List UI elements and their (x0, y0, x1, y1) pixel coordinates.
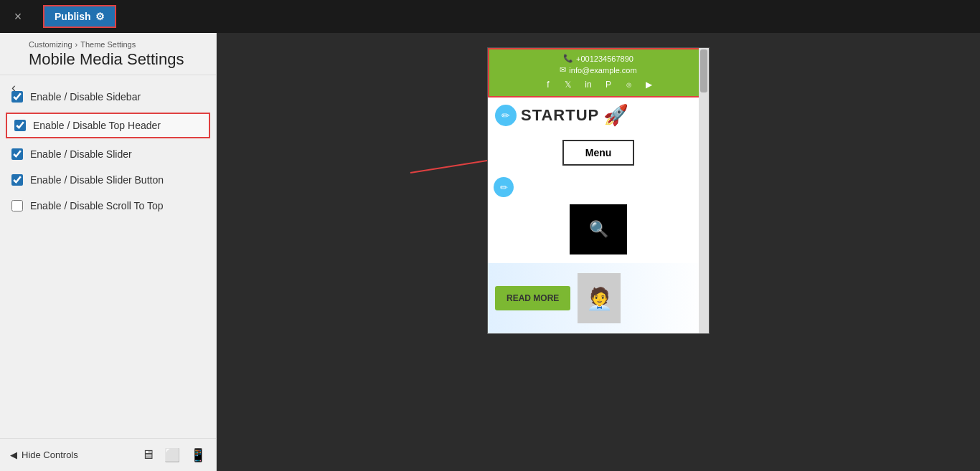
facebook-icon: f (541, 77, 555, 92)
email-icon: ✉ (560, 65, 566, 75)
mobile-preview: 📞 +001234567890 ✉ info@example.com f 𝕏 i… (487, 47, 710, 334)
search-icon: 🔍 (589, 220, 608, 239)
logo-rocket-icon: 🚀 (603, 103, 628, 127)
sidebar-header: ‹ Customizing › Theme Settings Mobile Me… (0, 33, 216, 75)
twitter-icon: 𝕏 (561, 77, 575, 92)
close-button[interactable]: × (7, 9, 29, 24)
top-header-info: 📞 +001234567890 ✉ info@example.com (496, 54, 700, 75)
checkbox-top-header-input[interactable] (14, 120, 26, 131)
person-image: 🧑‍💼 (578, 273, 621, 323)
gear-icon: ⚙ (95, 11, 105, 22)
logo-text: STARTUP (521, 106, 599, 125)
checkbox-sidebar-input[interactable] (11, 91, 23, 103)
page-title: Mobile Media Settings (29, 50, 206, 69)
checkbox-slider-input[interactable] (11, 148, 23, 160)
pencil-icon: ✏ (494, 177, 514, 197)
menu-section: Menu (488, 133, 709, 173)
desktop-icon: 🖥 (141, 447, 154, 462)
preview-area: 📞 +001234567890 ✉ info@example.com f 𝕏 i… (217, 33, 980, 471)
tablet-icon: ⬜ (164, 448, 180, 462)
scroll-thumb[interactable] (700, 49, 707, 92)
instagram-icon: ⌾ (621, 77, 636, 92)
hide-controls-label: Hide Controls (22, 449, 78, 460)
checkbox-slider-button-input[interactable] (11, 174, 23, 186)
top-bar: × Publish ⚙ (0, 0, 980, 33)
device-icons: 🖥 ⬜ 📱 (141, 447, 206, 463)
phone-icon: 📞 (563, 54, 573, 63)
email-address: info@example.com (569, 66, 636, 75)
checkbox-slider[interactable]: Enable / Disable Slider (0, 141, 216, 167)
desktop-view-button[interactable]: 🖥 (141, 447, 154, 463)
top-header-bar: 📞 +001234567890 ✉ info@example.com f 𝕏 i… (488, 48, 709, 97)
logo-icon: ✏ (495, 105, 517, 126)
scroll-track[interactable] (699, 48, 709, 333)
checkbox-slider-button[interactable]: Enable / Disable Slider Button (0, 167, 216, 193)
breadcrumb: Customizing › Theme Settings (29, 40, 206, 49)
breadcrumb-theme-settings: Theme Settings (80, 40, 136, 49)
person-placeholder-icon: 🧑‍💼 (586, 286, 613, 311)
tablet-view-button[interactable]: ⬜ (164, 447, 180, 463)
read-more-button[interactable]: READ MORE (495, 286, 570, 310)
checkbox-sidebar[interactable]: Enable / Disable Sidebar (0, 84, 216, 110)
menu-button[interactable]: Menu (562, 140, 635, 166)
header-phone: 📞 +001234567890 (563, 54, 633, 63)
sidebar-content: Enable / Disable Sidebar Enable / Disabl… (0, 75, 216, 438)
publish-label: Publish (55, 11, 91, 22)
hide-controls-icon: ◀ (10, 449, 17, 460)
linkedin-icon: in (581, 77, 595, 92)
publish-button[interactable]: Publish ⚙ (43, 5, 116, 28)
mobile-icon: 📱 (190, 448, 206, 462)
bottom-bar: ◀ Hide Controls 🖥 ⬜ 📱 (0, 438, 216, 471)
phone-number: +001234567890 (576, 54, 633, 63)
main-layout: ‹ Customizing › Theme Settings Mobile Me… (0, 33, 980, 471)
checkbox-slider-label: Enable / Disable Slider (30, 148, 132, 160)
checkbox-scroll-top-label: Enable / Disable Scroll To Top (30, 200, 163, 211)
checkbox-scroll-top-input[interactable] (11, 200, 23, 211)
breadcrumb-customizing: Customizing (29, 40, 72, 49)
mobile-view-button[interactable]: 📱 (190, 447, 206, 463)
checkbox-slider-button-label: Enable / Disable Slider Button (30, 174, 164, 186)
search-box: 🔍 (570, 204, 627, 254)
logo-area: ✏ STARTUP 🚀 (488, 97, 709, 133)
social-icons: f 𝕏 in P ⌾ ▶ (496, 77, 700, 92)
checkbox-top-header-label: Enable / Disable Top Header (33, 120, 161, 131)
pinterest-icon: P (601, 77, 616, 92)
hide-controls-button[interactable]: ◀ Hide Controls (10, 449, 78, 460)
read-more-section: READ MORE 🧑‍💼 (488, 263, 709, 333)
sidebar: ‹ Customizing › Theme Settings Mobile Me… (0, 33, 217, 471)
checkbox-sidebar-label: Enable / Disable Sidebar (30, 91, 141, 103)
header-email: ✉ info@example.com (560, 65, 636, 75)
checkbox-scroll-top[interactable]: Enable / Disable Scroll To Top (0, 193, 216, 219)
checkbox-top-header[interactable]: Enable / Disable Top Header (6, 113, 210, 138)
youtube-icon: ▶ (641, 77, 656, 92)
breadcrumb-arrow: › (75, 40, 78, 49)
